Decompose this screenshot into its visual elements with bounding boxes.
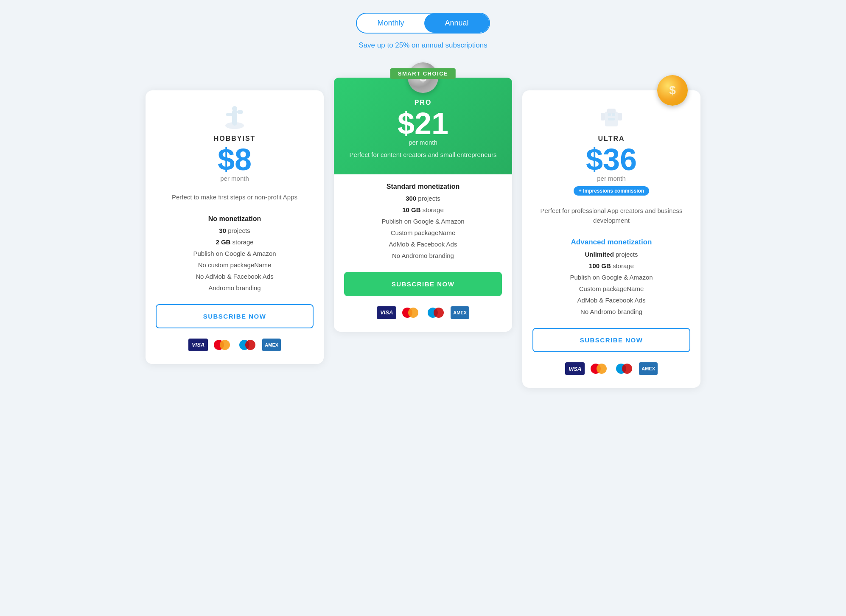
hobbyist-illustration [154, 99, 315, 133]
monthly-toggle-btn[interactable]: Monthly [357, 14, 424, 33]
billing-toggle[interactable]: Monthly Annual [356, 13, 490, 34]
ultra-amex-icon: AMEX [639, 362, 658, 375]
pro-card-header: $ SMART CHOICE PRO $21 per month Perfect… [334, 78, 512, 174]
hobbyist-plan-price: $8 [218, 144, 252, 175]
pro-feature-1: 300 projects [347, 195, 499, 202]
pro-feature-3: Publish on Google & Amazon [347, 218, 499, 225]
hobbyist-feature-1: 30 projects [158, 227, 311, 234]
hobbyist-feature-3: Publish on Google & Amazon [158, 250, 311, 257]
svg-rect-6 [607, 109, 616, 114]
ultra-subscribe-button[interactable]: SUBSCRIBE NOW [532, 328, 690, 352]
pro-visa-icon: VISA [377, 306, 396, 319]
pro-maestro-icon [425, 306, 447, 319]
mastercard-icon [211, 339, 233, 351]
hobbyist-per-month: per month [220, 175, 249, 182]
ultra-payment-icons: VISA AMEX [565, 362, 658, 375]
svg-rect-1 [232, 109, 237, 126]
pro-plan-price: $21 [398, 108, 448, 139]
svg-rect-3 [237, 110, 243, 114]
pricing-cards: HOBBYIST $8 per month Perfect to make fi… [126, 65, 720, 388]
hobbyist-monetization: No monetization [158, 215, 311, 223]
ultra-maestro-icon [613, 362, 636, 375]
hobbyist-payment-icons: VISA AMEX [188, 339, 281, 351]
ultra-feature-2: 100 GB storage [535, 262, 688, 269]
ultra-mastercard-icon [588, 362, 610, 375]
pro-mastercard-icon [400, 306, 422, 319]
ultra-feature-4: Custom packageName [535, 285, 688, 292]
hobbyist-feature-5: No AdMob & Facebook Ads [158, 273, 311, 280]
hobbyist-plan-name: HOBBYIST [214, 135, 256, 143]
smart-choice-badge: SMART CHOICE [390, 68, 456, 79]
pro-monetization: Standard monetization [347, 183, 499, 190]
svg-rect-11 [618, 113, 622, 120]
hobbyist-features: No monetization 30 projects 2 GB storage… [146, 207, 324, 300]
pro-subscribe-button[interactable]: SUBSCRIBE NOW [344, 272, 502, 296]
pro-feature-5: AdMob & Facebook Ads [347, 241, 499, 248]
ultra-description: Perfect for professional App creators an… [522, 206, 700, 225]
ultra-feature-1: Unlimited projects [535, 251, 688, 258]
ultra-feature-5: AdMob & Facebook Ads [535, 297, 688, 304]
ultra-visa-icon: VISA [565, 362, 585, 375]
visa-icon: VISA [188, 339, 208, 351]
pro-feature-2: 10 GB storage [347, 206, 499, 213]
pro-feature-4: Custom packageName [347, 229, 499, 236]
svg-rect-2 [226, 113, 232, 116]
hobbyist-description: Perfect to make first steps or non-profi… [168, 193, 302, 202]
hobbyist-card-top: HOBBYIST $8 per month [146, 90, 324, 193]
pro-feature-6: No Andromo branding [347, 252, 499, 259]
pro-plan-card: $ SMART CHOICE PRO $21 per month Perfect… [334, 78, 512, 332]
ultra-monetization: Advanced monetization [535, 238, 688, 246]
hobbyist-feature-4: No custom packageName [158, 261, 311, 269]
pro-payment-icons: VISA AMEX [377, 306, 469, 319]
ultra-feature-3: Publish on Google & Amazon [535, 274, 688, 281]
pro-description: Perfect for content creators and small e… [345, 150, 501, 160]
ultra-plan-name: ULTRA [598, 135, 625, 143]
hobbyist-subscribe-button[interactable]: SUBSCRIBE NOW [156, 304, 314, 328]
ultra-illustration [531, 99, 692, 133]
pro-per-month: per month [409, 139, 437, 146]
ultra-card-top: $ ULTRA $36 per month + Impressions comm… [522, 90, 700, 206]
ultra-features: Advanced monetization Unlimited projects… [522, 230, 700, 324]
annual-toggle-btn[interactable]: Annual [424, 14, 489, 33]
pro-amex-icon: AMEX [451, 306, 469, 319]
svg-point-7 [608, 113, 611, 116]
amex-icon: AMEX [262, 339, 281, 351]
hobbyist-plan-card: HOBBYIST $8 per month Perfect to make fi… [146, 90, 324, 364]
hobbyist-feature-2: 2 GB storage [158, 238, 311, 246]
pro-plan-name: PRO [415, 99, 432, 106]
save-text: Save up to 25% on annual subscriptions [359, 41, 487, 50]
ultra-per-month: per month [597, 175, 626, 182]
ultra-plan-card: $ ULTRA $36 per month + Impressions comm… [522, 90, 700, 388]
svg-rect-10 [601, 113, 605, 120]
ultra-plan-price: $36 [586, 144, 637, 175]
svg-point-8 [612, 113, 615, 116]
hobbyist-feature-6: Andromo branding [158, 284, 311, 291]
impressions-badge: + Impressions commission [574, 186, 649, 196]
maestro-icon [237, 339, 259, 351]
svg-rect-9 [608, 118, 615, 120]
pro-features: Standard monetization 300 projects 10 GB… [334, 174, 512, 268]
svg-point-4 [232, 106, 237, 111]
ultra-feature-6: No Andromo branding [535, 308, 688, 315]
